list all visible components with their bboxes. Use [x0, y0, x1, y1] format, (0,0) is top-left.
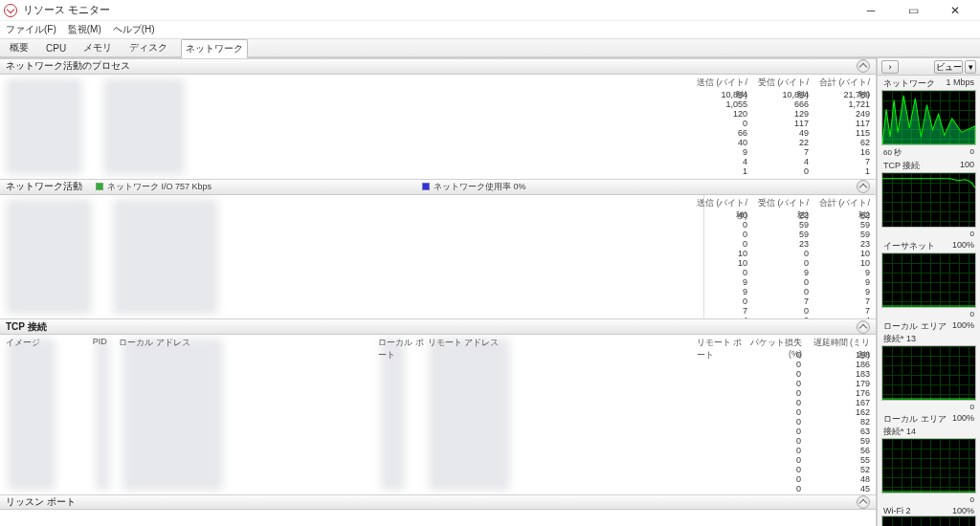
graph [881, 90, 976, 145]
tcp-rows: 0198018601830179017601670162082063059056… [747, 350, 870, 494]
table-row[interactable]: 02323 [688, 239, 870, 249]
menu-file[interactable]: ファイル(F) [6, 23, 56, 36]
col-pid[interactable]: PID [93, 337, 120, 362]
graph-footer: 60 秒0 [881, 147, 976, 160]
menu-help[interactable]: ヘルプ(H) [113, 23, 155, 36]
section-header-tcp[interactable]: TCP 接続 [0, 318, 876, 335]
data-rows: 10,89410,89421,7891,0556661,721120129249… [688, 90, 870, 176]
table-row[interactable]: 082 [747, 417, 870, 427]
table-row[interactable]: 707 [688, 306, 870, 316]
table-row[interactable]: 063 [747, 427, 870, 436]
menubar: ファイル(F) 監視(M) ヘルプ(H) [0, 21, 980, 38]
tab-overview[interactable]: 概要 [6, 39, 33, 56]
graph-footer: 0 [881, 230, 976, 240]
blurred-content [113, 199, 218, 316]
chevron-icon[interactable] [857, 320, 870, 334]
tab-network[interactable]: ネットワーク [181, 39, 248, 58]
graph-title: ネットワーク1 Mbps [881, 77, 976, 90]
col-raddr[interactable]: リモート アドレス [428, 337, 697, 362]
tab-disk[interactable]: ディスク [125, 39, 171, 56]
blurred-content [6, 199, 92, 316]
table-row[interactable]: 056 [747, 446, 870, 455]
table-row[interactable]: 05959 [688, 230, 870, 239]
view-dropdown-button[interactable]: ▾ [965, 60, 976, 74]
section-title: ネットワーク活動のプロセス [6, 59, 130, 73]
body: ネットワーク活動のプロセス 送信 (バイト/秒) 受信 (バイト/秒) 合計 (… [0, 57, 980, 526]
chip-util: ネットワーク使用率 0% [422, 181, 526, 193]
table-row[interactable]: 6649115 [688, 128, 870, 138]
table-row[interactable]: 447 [688, 157, 870, 166]
section-title: ネットワーク活動 [6, 180, 82, 193]
graph [881, 252, 976, 308]
table-row[interactable]: 0198 [747, 350, 870, 360]
table-row[interactable]: 0176 [747, 388, 870, 398]
titlebar: リソース モニター ─ ▭ ✕ [0, 0, 980, 21]
section-title: TCP 接続 [6, 320, 47, 334]
side-toolbar: › ビュー ▾ [878, 58, 980, 76]
table-row[interactable]: 1,0556661,721 [688, 99, 870, 109]
view-button[interactable]: ビュー [934, 60, 963, 74]
square-green-icon [96, 183, 103, 190]
chip-io: ネットワーク I/O 757 Kbps [96, 181, 212, 193]
col-image[interactable]: イメージ [6, 337, 93, 362]
table-row[interactable]: 0117117 [688, 119, 870, 128]
graph [881, 345, 976, 401]
tcp-column-headers: イメージ PID ローカル アドレス ローカル ポート リモート アドレス リモ… [6, 337, 870, 362]
graph [881, 438, 976, 493]
table-row[interactable]: 909 [688, 277, 870, 287]
table-row[interactable]: 043 [747, 493, 870, 494]
table-row[interactable]: 048 [747, 474, 870, 484]
collapse-button[interactable]: › [881, 60, 899, 74]
table-row[interactable]: 059 [747, 436, 870, 446]
section-header-processes[interactable]: ネットワーク活動のプロセス [0, 58, 876, 75]
table-row[interactable]: 099 [688, 268, 870, 277]
table-row[interactable]: 909 [688, 287, 870, 296]
table-row[interactable]: 120129249 [688, 109, 870, 119]
data-rows: 4022620595905959023231001010010099909909… [688, 210, 870, 319]
panel-listen [0, 510, 876, 526]
minimize-button[interactable]: ─ [858, 1, 884, 20]
table-row[interactable]: 077 [688, 296, 870, 306]
table-row[interactable]: 0183 [747, 369, 870, 379]
tabs-bar: 概要 CPU メモリ ディスク ネットワーク [0, 38, 980, 57]
table-row[interactable]: 05959 [688, 220, 870, 230]
tab-cpu[interactable]: CPU [42, 41, 70, 55]
side-column: › ビュー ▾ ネットワーク1 Mbps60 秒0TCP 接続1000イーサネッ… [877, 58, 980, 526]
table-row[interactable]: 9716 [688, 147, 870, 157]
close-button[interactable]: ✕ [942, 1, 969, 20]
table-row[interactable]: 0186 [747, 360, 870, 369]
tab-memory[interactable]: メモリ [79, 39, 116, 56]
table-row[interactable]: 045 [747, 484, 870, 493]
graph-footer: 0 [881, 495, 976, 506]
graph-title: ローカル エリア接続* 13100% [881, 320, 976, 345]
chevron-icon[interactable] [857, 180, 870, 193]
blurred-content [6, 78, 82, 175]
table-row[interactable]: 0179 [747, 379, 870, 388]
col-lport[interactable]: ローカル ポート [378, 337, 427, 362]
table-row[interactable]: 052 [747, 465, 870, 474]
table-row[interactable]: 0167 [747, 398, 870, 407]
col-laddr[interactable]: ローカル アドレス [119, 337, 378, 362]
table-row[interactable]: 10010 [688, 258, 870, 268]
menu-monitor[interactable]: 監視(M) [68, 23, 101, 36]
table-row[interactable]: 10,89410,89421,789 [688, 90, 870, 99]
graph-footer: 0 [881, 403, 976, 413]
table-row[interactable]: 10010 [688, 249, 870, 258]
table-row[interactable]: 101 [688, 166, 870, 176]
table-row[interactable]: 402262 [688, 138, 870, 147]
section-title: リッスン ポート [6, 495, 76, 509]
table-row[interactable]: 0162 [747, 407, 870, 417]
col-rport[interactable]: リモート ポート [697, 337, 749, 362]
chevron-icon[interactable] [857, 59, 870, 73]
table-row[interactable]: 404 [688, 316, 870, 319]
graph-title: Wi-Fi 2100% [881, 506, 976, 515]
chevron-icon[interactable] [857, 495, 870, 509]
panel-tcp: イメージ PID ローカル アドレス ローカル ポート リモート アドレス リモ… [0, 335, 876, 494]
section-header-listen[interactable]: リッスン ポート [0, 494, 876, 511]
maximize-button[interactable]: ▭ [900, 1, 926, 20]
window-title: リソース モニター [23, 3, 858, 17]
table-row[interactable]: 055 [747, 455, 870, 465]
graph-footer: 0 [881, 310, 976, 320]
table-row[interactable]: 402262 [688, 210, 870, 220]
section-header-activity[interactable]: ネットワーク活動 ネットワーク I/O 757 Kbps ネットワーク使用率 0… [0, 179, 876, 195]
